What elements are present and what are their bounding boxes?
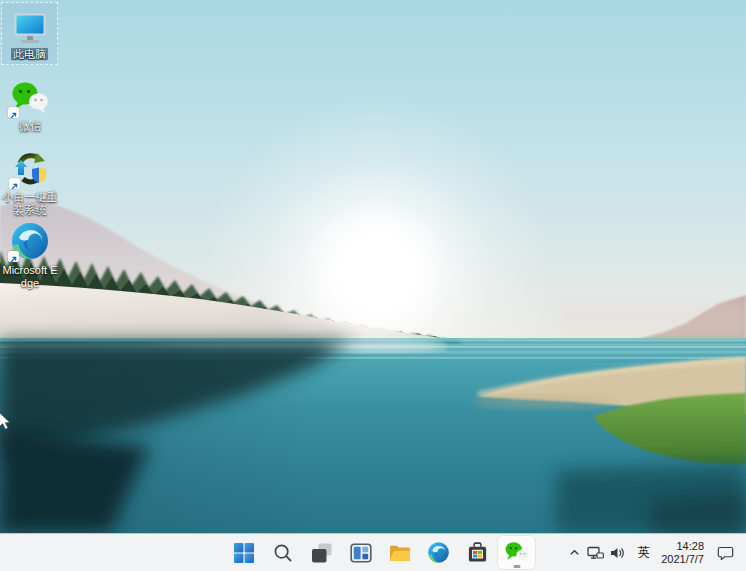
microsoft-store-button[interactable] bbox=[459, 536, 496, 569]
date: 2021/7/7 bbox=[661, 553, 704, 566]
windows-start-icon bbox=[233, 542, 255, 564]
wechat-icon bbox=[504, 541, 530, 565]
notification-bubble-icon bbox=[717, 545, 734, 561]
notification-center-button[interactable] bbox=[713, 538, 737, 568]
desktop-icon-label: 小白一键重装系统 bbox=[0, 191, 60, 217]
sun bbox=[302, 197, 452, 347]
desktop-icon-label: 此电脑 bbox=[11, 48, 48, 61]
desktop-icon-xiaobai-reinstall[interactable]: 小白一键重装系统 bbox=[0, 148, 60, 217]
this-pc-icon bbox=[12, 13, 48, 45]
file-explorer-icon bbox=[388, 541, 412, 565]
file-explorer-button[interactable] bbox=[381, 536, 418, 569]
edge-button[interactable] bbox=[420, 536, 457, 569]
desktop[interactable]: 此电脑 微信 bbox=[0, 0, 746, 571]
network-button[interactable] bbox=[585, 538, 607, 568]
wechat-taskbar-button[interactable] bbox=[498, 536, 535, 569]
task-view-icon bbox=[311, 542, 333, 564]
search-button[interactable] bbox=[264, 536, 301, 569]
desktop-icon-wechat[interactable]: 微信 bbox=[0, 77, 60, 133]
wallpaper bbox=[0, 0, 746, 571]
system-tray: 英 14:28 2021/7/7 bbox=[565, 534, 746, 571]
chevron-up-icon bbox=[568, 546, 581, 559]
taskbar-center-group bbox=[224, 534, 536, 571]
time: 14:28 bbox=[661, 540, 704, 553]
speaker-icon bbox=[609, 545, 626, 561]
edge-icon bbox=[427, 541, 450, 564]
start-button[interactable] bbox=[225, 536, 262, 569]
widgets-icon bbox=[350, 542, 372, 564]
shortcut-arrow-icon bbox=[8, 251, 19, 262]
microsoft-store-icon bbox=[466, 541, 489, 564]
shortcut-arrow-icon bbox=[9, 178, 20, 189]
desktop-icon-edge[interactable]: Microsoft Edge bbox=[0, 221, 60, 290]
taskbar: 英 14:28 2021/7/7 bbox=[0, 533, 746, 571]
widgets-button[interactable] bbox=[342, 536, 379, 569]
hidden-icons-button[interactable] bbox=[565, 538, 585, 568]
shortcut-arrow-icon bbox=[8, 107, 19, 118]
running-indicator bbox=[513, 565, 520, 568]
search-icon bbox=[273, 543, 293, 563]
clock[interactable]: 14:28 2021/7/7 bbox=[661, 540, 704, 566]
ethernet-icon bbox=[587, 545, 604, 561]
volume-button[interactable] bbox=[607, 538, 629, 568]
desktop-icon-this-pc[interactable]: 此电脑 bbox=[1, 2, 58, 65]
mouse-cursor bbox=[0, 411, 12, 431]
desktop-icon-label: 微信 bbox=[19, 120, 41, 133]
task-view-button[interactable] bbox=[303, 536, 340, 569]
desktop-icon-label: Microsoft Edge bbox=[0, 264, 60, 290]
input-language-indicator[interactable]: 英 bbox=[634, 538, 655, 568]
